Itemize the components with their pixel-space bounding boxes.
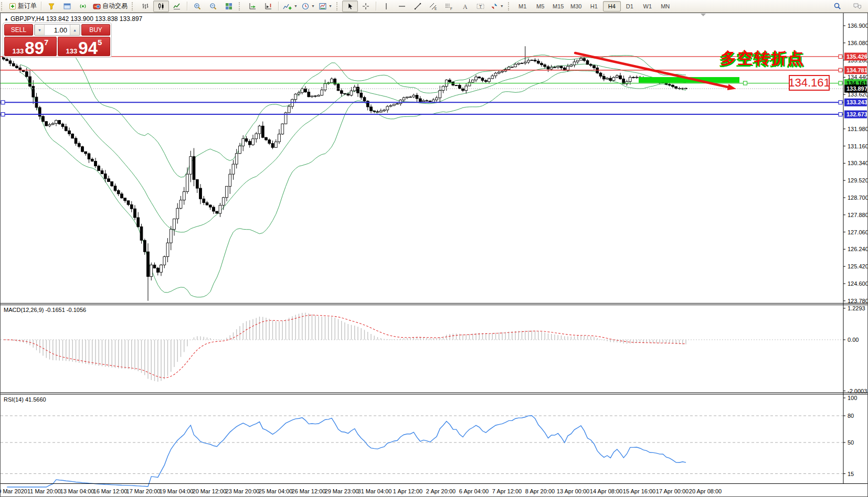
cursor-button[interactable]	[342, 1, 358, 12]
bollinger-lower-band[interactable]	[20, 71, 686, 297]
toolbar-grip-handle[interactable]	[239, 2, 241, 10]
chart-shift-button[interactable]	[260, 1, 276, 12]
trend-arrow-head	[727, 84, 736, 90]
tile-windows-button[interactable]	[221, 1, 237, 12]
timeframe-button-M1[interactable]: M1	[514, 1, 532, 12]
text-button[interactable]: A	[457, 1, 473, 12]
vline-icon	[383, 3, 390, 10]
line-chart-button[interactable]	[169, 1, 185, 12]
timeframe-button-W1[interactable]: W1	[639, 1, 657, 12]
metaquotes-icon	[48, 3, 55, 10]
vline-button[interactable]	[378, 1, 394, 12]
toolbar-grip-handle[interactable]	[132, 2, 134, 10]
chart-window[interactable]: 136.900136.080135.260134.440133.620131.9…	[0, 13, 868, 497]
timeframe-label-H1: H1	[590, 3, 598, 9]
toolbar-group: EFAT▼	[377, 0, 507, 12]
date-label: 26 Mar 12:00	[292, 488, 326, 494]
timeframe-button-M30[interactable]: M30	[567, 1, 585, 12]
buy-button[interactable]: BUY	[81, 24, 110, 36]
price-callout-box[interactable]: 134.161	[789, 75, 830, 91]
timeframe-button-MN[interactable]: MN	[657, 1, 674, 12]
toolbar-grip-handle[interactable]	[1, 2, 4, 10]
toolbar-right-icons	[829, 0, 865, 12]
toolbar-group: 新订单	[6, 0, 40, 12]
toolbar-separator	[41, 2, 41, 10]
toolbar-separator	[187, 2, 187, 10]
date-label: 25 Mar 04:00	[259, 488, 293, 494]
price-tag-label-133.897: 133.897	[846, 85, 867, 92]
signals-icon	[79, 3, 87, 10]
symbol-info-bar[interactable]: ▲GBPJPY,H4 133.842 133.900 133.838 133.8…	[4, 15, 142, 23]
terminal-button[interactable]	[59, 1, 75, 12]
new-order-button[interactable]: 新订单	[7, 1, 39, 12]
hline-button[interactable]	[394, 1, 410, 12]
hline-icon	[398, 3, 406, 10]
date-label: 10 Mar 2020	[1, 488, 27, 494]
volume-value[interactable]: 1.00	[45, 25, 70, 35]
auto-scroll-button[interactable]	[245, 1, 260, 12]
turning-point-annotation[interactable]: 多空转折点	[721, 48, 805, 69]
search-button[interactable]	[829, 1, 845, 12]
rsi-line	[7, 416, 686, 487]
price-chart-canvas[interactable]: 136.900136.080135.260134.440133.620131.9…	[1, 13, 867, 496]
line-midpoint-handle[interactable]	[744, 81, 747, 85]
autotrade-button[interactable]: 自动交易	[91, 1, 130, 12]
bollinger-middle-band[interactable]	[20, 64, 686, 232]
shapes-button[interactable]: ▼	[489, 1, 506, 12]
buy-price-big: 94	[78, 41, 98, 55]
label-button[interactable]: T	[473, 1, 489, 12]
candles-button[interactable]	[153, 1, 169, 12]
window-splitter-marker[interactable]	[701, 14, 706, 16]
line-end-handle[interactable]	[839, 55, 842, 58]
channel-button[interactable]: E	[426, 1, 441, 12]
zoom-in-button[interactable]	[189, 1, 205, 12]
zoom-out-button[interactable]	[205, 1, 221, 12]
sell-button[interactable]: SELL	[4, 24, 33, 36]
chevron-down-icon: ▼	[329, 4, 332, 8]
volume-decrease-button[interactable]: ▼	[35, 25, 45, 35]
metaquotes-button[interactable]	[44, 1, 59, 12]
collapse-triangle-icon[interactable]: ▲	[4, 17, 8, 21]
buy-price-button[interactable]: 133 94 5	[58, 37, 110, 56]
macd-histogram	[4, 313, 686, 382]
price-tick-label: 123.780	[848, 298, 867, 304]
timeframe-button-D1[interactable]: D1	[621, 1, 639, 12]
ohlc-bars-button[interactable]	[137, 1, 153, 12]
toolbar-button-label: 自动交易	[102, 2, 128, 10]
line-end-handle[interactable]	[839, 68, 842, 72]
date-label: 13 Apr 00:00	[557, 488, 589, 494]
candlesticks[interactable]	[3, 46, 687, 301]
symbol-ohlc-text: GBPJPY,H4 133.842 133.900 133.838 133.89…	[10, 15, 142, 23]
line-end-handle[interactable]	[839, 81, 842, 85]
fibonacci-icon: F	[445, 3, 453, 10]
search-icon	[833, 2, 841, 10]
timeframe-button-M15[interactable]: M15	[549, 1, 567, 12]
timeframe-button-H4[interactable]: H4	[603, 1, 621, 12]
date-label: 17 Mar 20:00	[126, 488, 161, 494]
timeframe-label-D1: D1	[626, 3, 633, 9]
chat-button[interactable]	[849, 1, 865, 12]
svg-text:F: F	[450, 6, 452, 10]
trendline-button[interactable]	[410, 1, 426, 12]
toolbar-grip-handle[interactable]	[336, 2, 339, 10]
templates-button[interactable]: ▼	[317, 1, 334, 12]
fibonacci-button[interactable]: F	[441, 1, 457, 12]
line-end-handle[interactable]	[839, 101, 842, 104]
date-label: 23 Mar 20:00	[226, 488, 260, 494]
bollinger-upper-band[interactable]	[20, 39, 686, 177]
add-indicator-button[interactable]: ▼	[281, 1, 300, 12]
templates-icon	[319, 3, 326, 10]
timeframe-button-M5[interactable]: M5	[532, 1, 549, 12]
line-start-handle[interactable]	[1, 101, 5, 104]
signals-button[interactable]	[75, 1, 91, 12]
rsi-tick-label: 50	[848, 439, 854, 446]
periods-button[interactable]: ▼	[300, 1, 317, 12]
line-start-handle[interactable]	[1, 113, 5, 116]
toolbar-grip-handle[interactable]	[508, 2, 511, 10]
timeframe-button-H1[interactable]: H1	[585, 1, 603, 12]
toolbar-group: M1M5M15M30H1H4D1W1MN	[513, 0, 675, 12]
volume-increase-button[interactable]: ▲	[70, 25, 80, 35]
line-end-handle[interactable]	[839, 113, 842, 116]
crosshair-button[interactable]	[358, 1, 374, 12]
sell-price-button[interactable]: 133 89 7	[4, 37, 57, 56]
